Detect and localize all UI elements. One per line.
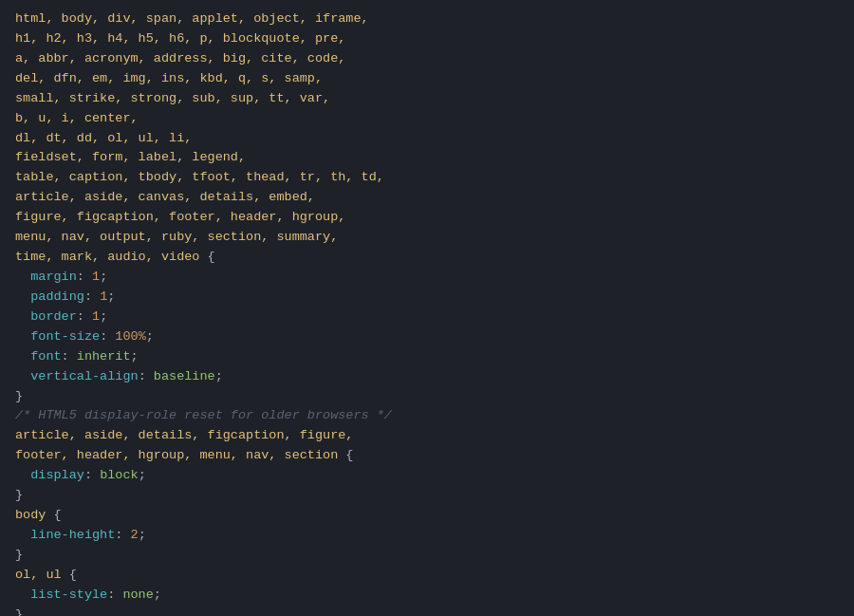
- code-token: [15, 288, 30, 308]
- code-line: h1, h2, h3, h4, h5, h6, p, blockquote, p…: [0, 29, 854, 49]
- code-line: /* HTML5 display-role reset for older br…: [0, 406, 854, 426]
- code-token: :: [100, 327, 115, 347]
- code-token: footer, header, hgroup, menu, nav, secti…: [15, 446, 345, 466]
- code-token: padding: [30, 288, 84, 308]
- code-line: list-style: none;: [0, 586, 854, 606]
- code-token: ;: [146, 327, 154, 347]
- code-token: ;: [131, 347, 139, 367]
- code-token: /* HTML5 display-role reset for older br…: [15, 406, 392, 426]
- code-token: [15, 466, 30, 486]
- code-token: :: [107, 586, 122, 606]
- code-token: 1: [92, 308, 100, 327]
- code-line: time, mark, audio, video {: [0, 248, 854, 268]
- code-token: dl, dt, dd, ol, ul, li,: [15, 129, 192, 149]
- code-token: a, abbr, acronym, address, big, cite, co…: [15, 49, 345, 69]
- code-token: {: [208, 248, 215, 268]
- code-token: block: [100, 466, 139, 486]
- code-line: figure, figcaption, footer, header, hgro…: [0, 208, 854, 228]
- code-line: table, caption, tbody, tfoot, thead, tr,…: [0, 168, 854, 188]
- code-token: del, dfn, em, img, ins, kbd, q, s, samp,: [15, 69, 323, 89]
- code-token: ;: [139, 466, 146, 486]
- code-line: b, u, i, center,: [0, 109, 854, 129]
- code-token: border: [30, 308, 77, 327]
- code-token: 100%: [115, 327, 145, 347]
- code-token: fieldset, form, label, legend,: [15, 148, 246, 168]
- code-line: font-size: 100%;: [0, 327, 854, 347]
- code-line: margin: 1;: [0, 268, 854, 288]
- code-line: }: [0, 486, 854, 506]
- code-token: [15, 586, 30, 606]
- code-token: ol, ul: [15, 566, 69, 586]
- code-token: baseline: [154, 367, 215, 387]
- code-token: body: [15, 506, 54, 526]
- code-token: ;: [100, 268, 107, 288]
- code-token: ;: [154, 586, 161, 606]
- code-token: figure, figcaption, footer, header, hgro…: [15, 208, 345, 228]
- code-token: font: [30, 347, 61, 367]
- code-token: }: [15, 387, 23, 407]
- code-token: :: [115, 526, 130, 546]
- code-token: article, aside, canvas, details, embed,: [15, 188, 315, 208]
- code-line: line-height: 2;: [0, 526, 854, 546]
- code-token: list-style: [30, 586, 107, 606]
- code-line: small, strike, strong, sub, sup, tt, var…: [0, 89, 854, 109]
- code-token: b, u, i, center,: [15, 109, 139, 129]
- code-token: line-height: [30, 526, 115, 546]
- code-token: [15, 526, 30, 546]
- code-token: html, body, div, span, applet, object, i…: [15, 9, 369, 29]
- code-token: 2: [131, 526, 139, 546]
- code-editor: html, body, div, span, applet, object, i…: [0, 0, 854, 616]
- code-token: :: [62, 347, 77, 367]
- code-line: font: inherit;: [0, 347, 854, 367]
- code-token: :: [77, 268, 92, 288]
- code-token: {: [54, 506, 62, 526]
- code-token: ;: [107, 288, 115, 308]
- code-token: }: [15, 546, 23, 566]
- code-token: :: [139, 367, 154, 387]
- code-token: [15, 268, 30, 288]
- code-token: }: [15, 606, 23, 616]
- code-line: a, abbr, acronym, address, big, cite, co…: [0, 49, 854, 69]
- code-token: {: [69, 566, 77, 586]
- code-line: }: [0, 546, 854, 566]
- code-token: menu, nav, output, ruby, section, summar…: [15, 228, 338, 248]
- code-token: :: [84, 466, 100, 486]
- code-line: html, body, div, span, applet, object, i…: [0, 9, 854, 29]
- code-token: vertical-align: [30, 367, 138, 387]
- code-line: body {: [0, 506, 854, 526]
- code-token: {: [345, 446, 353, 466]
- code-token: [15, 367, 30, 387]
- code-token: :: [84, 288, 100, 308]
- code-line: dl, dt, dd, ol, ul, li,: [0, 129, 854, 149]
- code-line: menu, nav, output, ruby, section, summar…: [0, 228, 854, 248]
- code-line: ol, ul {: [0, 566, 854, 586]
- code-line: }: [0, 606, 854, 616]
- code-token: ;: [100, 308, 107, 327]
- code-token: 1: [100, 288, 107, 308]
- code-line: article, aside, details, figcaption, fig…: [0, 426, 854, 446]
- code-token: inherit: [77, 347, 131, 367]
- code-token: [15, 327, 30, 347]
- code-line: }: [0, 387, 854, 407]
- code-token: time, mark, audio, video: [15, 248, 208, 268]
- code-token: [15, 308, 30, 327]
- code-token: :: [77, 308, 92, 327]
- code-token: 1: [92, 268, 100, 288]
- code-token: [15, 347, 30, 367]
- code-token: small, strike, strong, sub, sup, tt, var…: [15, 89, 330, 109]
- code-token: font-size: [30, 327, 100, 347]
- code-token: none: [122, 586, 153, 606]
- code-line: padding: 1;: [0, 288, 854, 308]
- code-line: footer, header, hgroup, menu, nav, secti…: [0, 446, 854, 466]
- code-token: table, caption, tbody, tfoot, thead, tr,…: [15, 168, 384, 188]
- code-token: article, aside, details, figcaption, fig…: [15, 426, 353, 446]
- code-token: ;: [139, 526, 146, 546]
- code-token: ;: [215, 367, 223, 387]
- code-line: del, dfn, em, img, ins, kbd, q, s, samp,: [0, 69, 854, 89]
- code-line: border: 1;: [0, 308, 854, 327]
- code-line: article, aside, canvas, details, embed,: [0, 188, 854, 208]
- code-token: h1, h2, h3, h4, h5, h6, p, blockquote, p…: [15, 29, 345, 49]
- code-token: display: [30, 466, 84, 486]
- code-token: }: [15, 486, 23, 506]
- code-line: fieldset, form, label, legend,: [0, 148, 854, 168]
